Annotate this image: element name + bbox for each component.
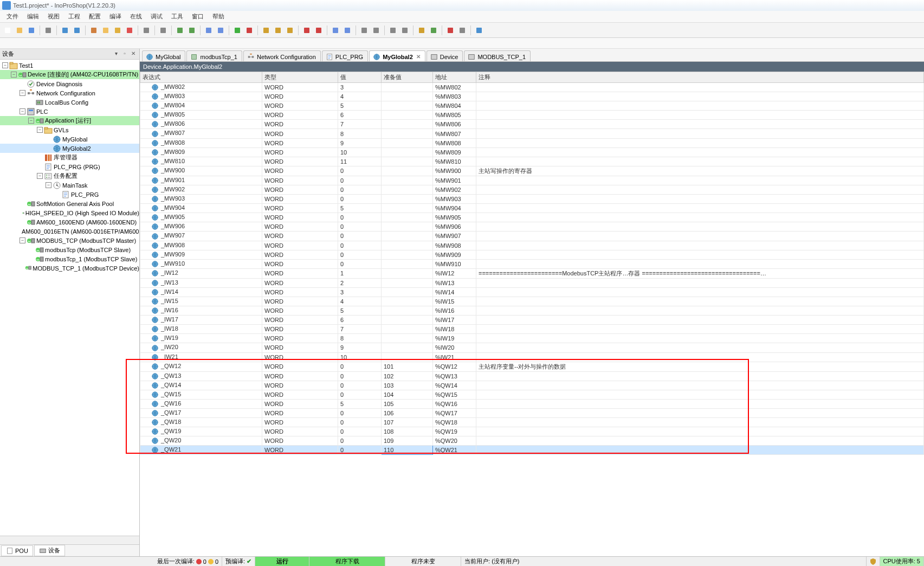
cell-name[interactable]: _MW908 [140, 241, 262, 250]
cell-type[interactable]: WORD [262, 343, 338, 352]
toolbar-reset-button[interactable] [457, 25, 468, 36]
cell-address[interactable]: %IW20 [433, 343, 476, 352]
cell-address[interactable]: %MW803 [433, 92, 476, 101]
cell-address[interactable]: %MW906 [433, 222, 476, 231]
panel-dropdown-icon[interactable]: ▾ [112, 50, 120, 58]
variable-row[interactable]: _MW806WORD7%MW806 [140, 120, 924, 129]
panel-pin-icon[interactable]: ▫ [121, 50, 128, 58]
tree-node-18[interactable]: AM600_0016ETN (AM600-0016ETP/AM600-0 [0, 227, 139, 236]
cell-prepare[interactable] [382, 287, 433, 297]
cell-type[interactable]: WORD [262, 381, 338, 390]
cell-value[interactable]: 4 [338, 92, 382, 101]
toolbar-select-button[interactable] [158, 25, 169, 36]
cell-name[interactable]: _MW903 [140, 195, 262, 204]
toolbar-sim-button[interactable] [399, 25, 410, 36]
toolbar-step-over-button[interactable] [273, 25, 283, 36]
cell-comment[interactable] [476, 241, 924, 250]
toolbar-undo-button[interactable] [60, 25, 70, 36]
cell-prepare[interactable] [382, 195, 433, 204]
cell-comment[interactable] [476, 259, 924, 268]
cell-name[interactable]: _IW13 [140, 278, 262, 287]
cell-value[interactable]: 6 [338, 316, 382, 325]
toolbar-logout-button[interactable] [215, 25, 226, 36]
cell-value[interactable]: 0 [338, 436, 382, 446]
cell-name[interactable]: _MW906 [140, 222, 262, 231]
cell-type[interactable]: WORD [262, 176, 338, 185]
cell-comment[interactable] [476, 120, 924, 129]
tree-node-0[interactable]: −Test1 [0, 61, 139, 70]
cell-prepare[interactable]: 110 [382, 446, 433, 455]
cell-address[interactable]: %MW802 [433, 83, 476, 92]
variable-row[interactable]: _QW20WORD0109%QW20 [140, 436, 924, 446]
tree-expander-icon[interactable]: − [2, 62, 8, 68]
grid-header-0[interactable]: 表达式 [140, 72, 262, 83]
cell-comment[interactable] [476, 195, 924, 204]
cell-value[interactable]: 8 [338, 129, 382, 138]
menu-item-8[interactable]: 工具 [167, 12, 188, 21]
cell-prepare[interactable]: 101 [382, 362, 433, 371]
cell-type[interactable]: WORD [262, 157, 338, 166]
cell-comment[interactable] [476, 418, 924, 427]
cell-type[interactable]: WORD [262, 138, 338, 147]
cell-comment[interactable]: 主站程序变量--对外与操作的数据 [476, 362, 924, 371]
cell-type[interactable]: WORD [262, 436, 338, 446]
variable-row[interactable]: _MW802WORD3%MW802 [140, 83, 924, 92]
variable-row[interactable]: _MW805WORD6%MW805 [140, 111, 924, 120]
cell-comment[interactable] [476, 325, 924, 334]
cell-address[interactable]: %IW19 [433, 334, 476, 343]
tree-expander-icon[interactable]: − [20, 237, 25, 243]
bottom-tab-1[interactable]: 设备 [34, 545, 65, 556]
cell-address[interactable]: %IW18 [433, 325, 476, 334]
cell-address[interactable]: %MW910 [433, 259, 476, 268]
cell-value[interactable]: 5 [338, 306, 382, 316]
cell-address[interactable]: %QW20 [433, 436, 476, 446]
cell-value[interactable]: 0 [338, 176, 382, 185]
cell-prepare[interactable] [382, 101, 433, 111]
cell-address[interactable]: %MW902 [433, 185, 476, 194]
menu-item-9[interactable]: 窗口 [188, 12, 208, 21]
toolbar-compile-button[interactable] [175, 25, 185, 36]
toolbar-redo-button[interactable] [72, 25, 82, 36]
cell-comment[interactable] [476, 371, 924, 381]
cell-value[interactable]: 4 [338, 297, 382, 306]
cell-prepare[interactable] [382, 185, 433, 194]
cell-type[interactable]: WORD [262, 204, 338, 213]
toolbar-open-button[interactable] [14, 25, 25, 36]
menu-item-4[interactable]: 配置 [85, 12, 105, 21]
doc-tab-MyGlobal2[interactable]: MyGlobal2✕ [369, 50, 425, 61]
cell-value[interactable]: 0 [338, 185, 382, 194]
variable-row[interactable]: _IW21WORD10%IW21 [140, 352, 924, 362]
cell-prepare[interactable] [382, 278, 433, 287]
doc-tab-Network Configuration[interactable]: Network Configuration [243, 50, 321, 61]
tree-node-19[interactable]: −MODBUS_TCP (ModbusTCP Master) [0, 236, 139, 245]
cell-name[interactable]: _MW907 [140, 231, 262, 241]
cell-comment[interactable] [476, 316, 924, 325]
variable-row[interactable]: _QW15WORD0104%QW15 [140, 390, 924, 399]
menu-item-2[interactable]: 视图 [43, 12, 64, 21]
cell-address[interactable]: %MW810 [433, 157, 476, 166]
variable-row[interactable]: _MW906WORD0%MW906 [140, 222, 924, 231]
cell-comment[interactable] [476, 334, 924, 343]
cell-prepare[interactable] [382, 213, 433, 222]
cell-prepare[interactable]: 103 [382, 381, 433, 390]
cell-address[interactable]: %IW12 [433, 268, 476, 278]
cell-value[interactable]: 0 [338, 241, 382, 250]
cell-type[interactable]: WORD [262, 325, 338, 334]
toolbar-zoom-button[interactable] [387, 25, 398, 36]
cell-comment[interactable] [476, 278, 924, 287]
variable-row[interactable]: _IW12WORD1%IW12========================M… [140, 268, 924, 278]
tree-hscroll[interactable] [0, 536, 139, 544]
cell-address[interactable]: %MW805 [433, 111, 476, 120]
cell-prepare[interactable] [382, 157, 433, 166]
cell-address[interactable]: %IW21 [433, 352, 476, 362]
tree-expander-icon[interactable]: − [28, 118, 34, 124]
tree-node-20[interactable]: modbusTcp (ModbusTCP Slave) [0, 245, 139, 254]
cell-type[interactable]: WORD [262, 111, 338, 120]
cell-value[interactable]: 0 [338, 409, 382, 418]
toolbar-login-button[interactable] [203, 25, 214, 36]
cell-address[interactable]: %IW14 [433, 287, 476, 297]
cell-comment[interactable] [476, 204, 924, 213]
variable-grid[interactable]: 表达式类型值准备值地址注释 _MW802WORD3%MW802_MW803WOR… [140, 72, 924, 455]
tree-node-5[interactable]: −PLC [0, 107, 139, 116]
cell-prepare[interactable]: 109 [382, 436, 433, 446]
